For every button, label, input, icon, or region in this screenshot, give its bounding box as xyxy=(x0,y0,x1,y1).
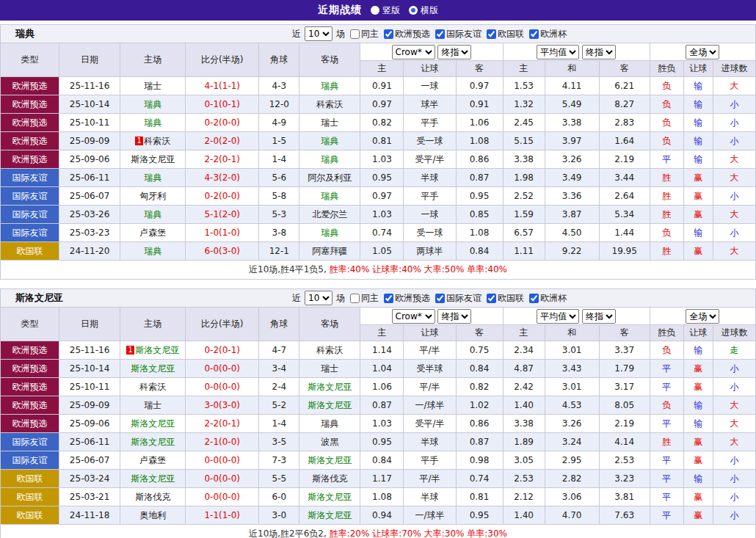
date-cell: 25-11-16 xyxy=(59,77,120,95)
type-cell: 欧洲预选 xyxy=(1,77,59,95)
comp-checkbox[interactable] xyxy=(384,294,393,303)
average-select[interactable]: 平均值 xyxy=(537,45,579,59)
same-home-filter[interactable]: 同主 xyxy=(350,292,379,305)
team-label: 瑞典 xyxy=(144,172,161,183)
average-stage-select[interactable]: 终指 xyxy=(582,309,616,324)
team-section: 斯洛文尼亚 近 10 场 同主 欧洲预选 国际友谊 xyxy=(0,288,756,538)
scope-select[interactable]: 全场 xyxy=(686,309,719,324)
comp-filter-euro[interactable]: 欧洲杯 xyxy=(529,28,567,40)
goals-result-cell: 大 xyxy=(713,433,755,451)
col-home: 主场 xyxy=(120,308,186,341)
layout-option-horizontal[interactable]: 横版 xyxy=(409,4,438,17)
comp-label: 欧洲预选 xyxy=(395,28,430,40)
team-label: 斯洛文尼亚 xyxy=(308,382,352,392)
outcome-cell: 负 xyxy=(650,77,683,95)
home-team-cell: 瑞典 xyxy=(120,242,186,261)
scope-select[interactable]: 全场 xyxy=(686,45,719,59)
comp-checkbox[interactable] xyxy=(435,294,445,303)
result-scope-header: 全场 xyxy=(650,43,755,61)
layout-option-label: 横版 xyxy=(421,4,438,17)
score-cell: 0-0(0-0) xyxy=(186,360,259,378)
odds-cell: 2.45 xyxy=(503,114,545,132)
same-home-checkbox[interactable] xyxy=(350,294,360,303)
bookmaker-select[interactable]: Crow* xyxy=(392,309,435,324)
away-team-cell: 北爱尔兰 xyxy=(299,206,360,224)
comp-filter-euro-qualifiers[interactable]: 欧洲预选 xyxy=(384,292,430,305)
odds-cell: 9.22 xyxy=(545,242,599,261)
comp-checkbox[interactable] xyxy=(529,29,539,39)
corner-cell: 12-0 xyxy=(259,95,299,114)
score-cell: 1-1(1-0) xyxy=(186,506,259,525)
score-cell: 0-2(0-1) xyxy=(186,341,259,360)
average-stage-select[interactable]: 终指 xyxy=(582,45,616,59)
comp-checkbox[interactable] xyxy=(529,294,539,303)
odds-cell: 2.53 xyxy=(503,470,545,488)
layout-option-vertical[interactable]: 竖版 xyxy=(371,4,400,17)
date-cell: 25-06-07 xyxy=(59,187,120,206)
odds-cell: 7.63 xyxy=(599,506,650,525)
odds-cell: 0.87 xyxy=(456,433,503,451)
bookmaker-stage-select[interactable]: 终指 xyxy=(437,45,471,59)
odds-cell: 0.95 xyxy=(456,506,503,525)
corner-cell: 12-1 xyxy=(259,242,299,261)
score-cell: 4-1(1-1) xyxy=(186,77,259,95)
bookmaker-odds-header: Crow* 终指 xyxy=(360,43,503,61)
type-cell: 欧洲预选 xyxy=(1,341,59,360)
comp-checkbox[interactable] xyxy=(487,294,496,303)
layout-radio-icon[interactable] xyxy=(409,6,418,15)
goals-result-cell: 走 xyxy=(713,341,755,360)
recent-count-select[interactable]: 10 xyxy=(305,26,332,41)
match-row: 欧洲预选25-11-16瑞士4-1(1-1)4-3瑞典0.91一球0.971.5… xyxy=(1,77,756,95)
date-cell: 25-03-23 xyxy=(59,224,120,242)
date-cell: 24-11-20 xyxy=(59,242,120,261)
home-team-cell: 斯洛文尼亚 xyxy=(120,360,186,378)
odds-cell: 2.19 xyxy=(599,150,650,169)
recent-count-select[interactable]: 10 xyxy=(305,291,332,305)
handicap-result-cell: 赢 xyxy=(683,187,713,206)
goals-result-cell: 大 xyxy=(713,77,755,95)
comp-checkbox[interactable] xyxy=(384,29,393,39)
comp-filter-euro-qualifiers[interactable]: 欧洲预选 xyxy=(384,28,430,40)
handicap-result-cell: 输 xyxy=(683,150,713,169)
odds-cell: 2.12 xyxy=(503,488,545,506)
corner-cell: 6-0 xyxy=(259,488,299,506)
comp-filter-friendly[interactable]: 国际友谊 xyxy=(435,292,481,305)
bookmaker-stage-select[interactable]: 终指 xyxy=(437,309,471,324)
odds-cell: 0.84 xyxy=(456,242,503,261)
filter-bar: 近 10 场 同主 欧洲预选 国际友谊 xyxy=(292,291,567,305)
date-cell: 25-10-11 xyxy=(59,114,120,132)
odds-cell: 1.03 xyxy=(360,150,404,169)
odds-cell: 1.40 xyxy=(503,396,545,415)
team-label: 斯洛文尼亚 xyxy=(131,437,175,447)
odds-cell: 5.49 xyxy=(545,95,599,114)
comp-filter-friendly[interactable]: 国际友谊 xyxy=(435,28,481,40)
layout-radio-icon[interactable] xyxy=(371,6,379,15)
comp-filter-nations-league[interactable]: 欧国联 xyxy=(487,28,524,40)
comp-filter-euro[interactable]: 欧洲杯 xyxy=(529,292,567,305)
team-label: 瑞士 xyxy=(144,81,161,91)
score-cell: 0-0(0-0) xyxy=(186,470,259,488)
comp-checkbox[interactable] xyxy=(487,29,496,39)
odds-cell: 0.94 xyxy=(360,506,404,525)
bookmaker-select[interactable]: Crow* xyxy=(392,45,435,59)
corner-cell: 3-5 xyxy=(259,433,299,451)
corner-cell: 5-3 xyxy=(259,206,299,224)
comp-filter-nations-league[interactable]: 欧国联 xyxy=(487,292,524,305)
goals-result-cell: 小 xyxy=(713,378,755,396)
average-select[interactable]: 平均值 xyxy=(537,309,579,324)
home-team-cell: 斯洛文尼亚 xyxy=(120,433,186,451)
away-team-cell: 斯洛文尼亚 xyxy=(299,488,360,506)
handicap-result-cell: 输 xyxy=(683,132,713,150)
odds-cell: 3.26 xyxy=(545,150,599,169)
type-cell: 欧洲预选 xyxy=(1,415,59,433)
team-label: 科索沃 xyxy=(316,345,343,355)
comp-checkbox[interactable] xyxy=(435,29,445,39)
team-label: 阿塞拜疆 xyxy=(312,246,347,256)
score-cell: 5-1(2-0) xyxy=(186,206,259,224)
handicap-result-cell: 输 xyxy=(683,396,713,415)
date-cell: 24-11-18 xyxy=(59,506,120,525)
same-home-checkbox[interactable] xyxy=(350,29,360,39)
away-team-cell: 阿尔及利亚 xyxy=(299,169,360,187)
same-home-filter[interactable]: 同主 xyxy=(350,28,379,40)
odds-cell: 2.83 xyxy=(599,114,650,132)
